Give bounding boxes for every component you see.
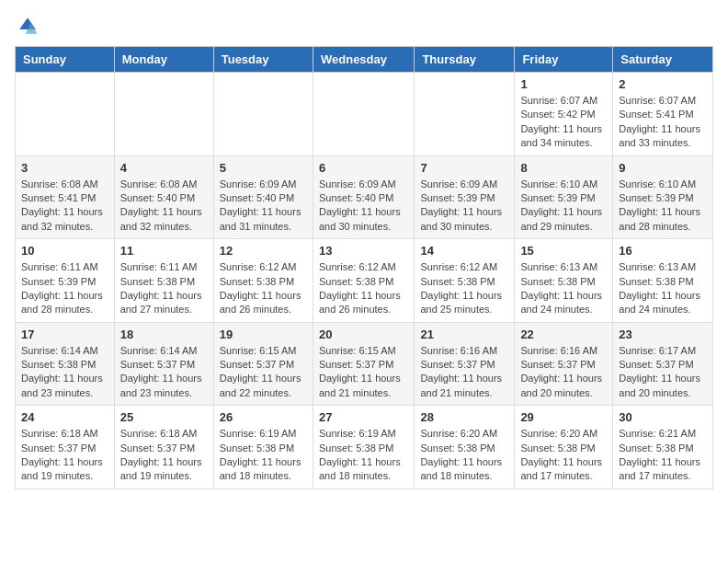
calendar-cell: 24Sunrise: 6:18 AM Sunset: 5:37 PM Dayli…	[16, 406, 115, 489]
day-info: Sunrise: 6:11 AM Sunset: 5:39 PM Dayligh…	[21, 260, 108, 317]
day-info: Sunrise: 6:14 AM Sunset: 5:38 PM Dayligh…	[21, 344, 108, 401]
day-info: Sunrise: 6:09 AM Sunset: 5:40 PM Dayligh…	[319, 178, 408, 235]
day-info: Sunrise: 6:09 AM Sunset: 5:40 PM Dayligh…	[220, 178, 307, 235]
calendar-cell: 14Sunrise: 6:12 AM Sunset: 5:38 PM Dayli…	[415, 239, 515, 323]
day-info: Sunrise: 6:08 AM Sunset: 5:41 PM Dayligh…	[21, 178, 108, 235]
calendar-body: 1Sunrise: 6:07 AM Sunset: 5:42 PM Daylig…	[16, 73, 713, 489]
calendar-cell: 29Sunrise: 6:20 AM Sunset: 5:38 PM Dayli…	[515, 406, 613, 489]
day-info: Sunrise: 6:18 AM Sunset: 5:37 PM Dayligh…	[21, 427, 108, 484]
day-number: 7	[420, 161, 508, 175]
calendar-cell	[313, 73, 414, 156]
day-number: 18	[120, 327, 208, 341]
calendar-week-1: 1Sunrise: 6:07 AM Sunset: 5:42 PM Daylig…	[16, 73, 713, 156]
calendar-cell: 1Sunrise: 6:07 AM Sunset: 5:42 PM Daylig…	[515, 73, 613, 156]
day-info: Sunrise: 6:20 AM Sunset: 5:38 PM Dayligh…	[520, 427, 607, 484]
calendar-cell: 18Sunrise: 6:14 AM Sunset: 5:37 PM Dayli…	[114, 322, 213, 406]
day-info: Sunrise: 6:13 AM Sunset: 5:38 PM Dayligh…	[619, 260, 707, 317]
calendar-header-thursday: Thursday	[415, 47, 515, 73]
calendar-week-5: 24Sunrise: 6:18 AM Sunset: 5:37 PM Dayli…	[16, 406, 713, 489]
day-number: 21	[420, 327, 508, 341]
day-number: 29	[520, 410, 607, 424]
calendar-cell: 16Sunrise: 6:13 AM Sunset: 5:38 PM Dayli…	[613, 239, 713, 323]
day-info: Sunrise: 6:16 AM Sunset: 5:37 PM Dayligh…	[420, 344, 508, 401]
day-number: 30	[619, 410, 707, 424]
day-info: Sunrise: 6:12 AM Sunset: 5:38 PM Dayligh…	[420, 260, 508, 317]
day-info: Sunrise: 6:07 AM Sunset: 5:41 PM Dayligh…	[619, 94, 707, 151]
day-info: Sunrise: 6:12 AM Sunset: 5:38 PM Dayligh…	[319, 260, 408, 317]
day-info: Sunrise: 6:09 AM Sunset: 5:39 PM Dayligh…	[420, 178, 508, 235]
day-number: 2	[619, 77, 707, 91]
day-info: Sunrise: 6:15 AM Sunset: 5:37 PM Dayligh…	[319, 344, 408, 401]
logo-icon	[17, 15, 39, 37]
day-info: Sunrise: 6:07 AM Sunset: 5:42 PM Dayligh…	[520, 94, 607, 151]
day-info: Sunrise: 6:10 AM Sunset: 5:39 PM Dayligh…	[520, 178, 607, 235]
calendar-cell: 27Sunrise: 6:19 AM Sunset: 5:38 PM Dayli…	[313, 406, 414, 489]
day-info: Sunrise: 6:13 AM Sunset: 5:38 PM Dayligh…	[520, 260, 607, 317]
calendar-cell: 17Sunrise: 6:14 AM Sunset: 5:38 PM Dayli…	[16, 322, 115, 406]
calendar-cell: 5Sunrise: 6:09 AM Sunset: 5:40 PM Daylig…	[213, 155, 313, 239]
calendar-header-row: SundayMondayTuesdayWednesdayThursdayFrid…	[16, 47, 713, 73]
day-info: Sunrise: 6:20 AM Sunset: 5:38 PM Dayligh…	[420, 427, 508, 484]
day-number: 16	[619, 244, 707, 258]
day-number: 20	[319, 327, 408, 341]
day-number: 17	[21, 327, 108, 341]
calendar-cell	[415, 73, 515, 156]
calendar-header-monday: Monday	[114, 47, 213, 73]
calendar-cell: 2Sunrise: 6:07 AM Sunset: 5:41 PM Daylig…	[613, 73, 713, 156]
day-number: 3	[21, 161, 108, 175]
day-number: 22	[520, 327, 607, 341]
logo	[15, 15, 39, 37]
calendar-cell: 19Sunrise: 6:15 AM Sunset: 5:37 PM Dayli…	[213, 322, 313, 406]
day-number: 25	[120, 410, 208, 424]
calendar-cell: 21Sunrise: 6:16 AM Sunset: 5:37 PM Dayli…	[415, 322, 515, 406]
day-number: 28	[420, 410, 508, 424]
day-number: 5	[220, 161, 307, 175]
calendar-cell: 15Sunrise: 6:13 AM Sunset: 5:38 PM Dayli…	[515, 239, 613, 323]
calendar-week-4: 17Sunrise: 6:14 AM Sunset: 5:38 PM Dayli…	[16, 322, 713, 406]
calendar-cell	[16, 73, 115, 156]
calendar-cell: 28Sunrise: 6:20 AM Sunset: 5:38 PM Dayli…	[415, 406, 515, 489]
calendar-week-2: 3Sunrise: 6:08 AM Sunset: 5:41 PM Daylig…	[16, 155, 713, 239]
calendar-cell: 8Sunrise: 6:10 AM Sunset: 5:39 PM Daylig…	[515, 155, 613, 239]
day-number: 4	[120, 161, 208, 175]
calendar-cell: 11Sunrise: 6:11 AM Sunset: 5:38 PM Dayli…	[114, 239, 213, 323]
calendar-cell: 25Sunrise: 6:18 AM Sunset: 5:37 PM Dayli…	[114, 406, 213, 489]
day-info: Sunrise: 6:17 AM Sunset: 5:37 PM Dayligh…	[619, 344, 707, 401]
calendar-cell: 10Sunrise: 6:11 AM Sunset: 5:39 PM Dayli…	[16, 239, 115, 323]
day-number: 26	[220, 410, 307, 424]
calendar-cell: 30Sunrise: 6:21 AM Sunset: 5:38 PM Dayli…	[613, 406, 713, 489]
day-info: Sunrise: 6:19 AM Sunset: 5:38 PM Dayligh…	[220, 427, 307, 484]
day-number: 27	[319, 410, 408, 424]
calendar-cell: 23Sunrise: 6:17 AM Sunset: 5:37 PM Dayli…	[613, 322, 713, 406]
day-info: Sunrise: 6:18 AM Sunset: 5:37 PM Dayligh…	[120, 427, 208, 484]
calendar-week-3: 10Sunrise: 6:11 AM Sunset: 5:39 PM Dayli…	[16, 239, 713, 323]
day-number: 23	[619, 327, 707, 341]
day-info: Sunrise: 6:14 AM Sunset: 5:37 PM Dayligh…	[120, 344, 208, 401]
day-number: 15	[520, 244, 607, 258]
calendar-cell: 3Sunrise: 6:08 AM Sunset: 5:41 PM Daylig…	[16, 155, 115, 239]
day-number: 8	[520, 161, 607, 175]
day-number: 11	[120, 244, 208, 258]
calendar-cell: 6Sunrise: 6:09 AM Sunset: 5:40 PM Daylig…	[313, 155, 414, 239]
day-info: Sunrise: 6:16 AM Sunset: 5:37 PM Dayligh…	[520, 344, 607, 401]
day-info: Sunrise: 6:12 AM Sunset: 5:38 PM Dayligh…	[220, 260, 307, 317]
calendar-header-sunday: Sunday	[16, 47, 115, 73]
calendar-cell	[114, 73, 213, 156]
calendar-cell: 20Sunrise: 6:15 AM Sunset: 5:37 PM Dayli…	[313, 322, 414, 406]
day-number: 1	[520, 77, 607, 91]
day-number: 10	[21, 244, 108, 258]
calendar-table: SundayMondayTuesdayWednesdayThursdayFrid…	[15, 46, 713, 489]
calendar-header-saturday: Saturday	[613, 47, 713, 73]
page-header	[15, 15, 713, 37]
calendar-cell: 7Sunrise: 6:09 AM Sunset: 5:39 PM Daylig…	[415, 155, 515, 239]
day-info: Sunrise: 6:15 AM Sunset: 5:37 PM Dayligh…	[220, 344, 307, 401]
day-number: 9	[619, 161, 707, 175]
day-number: 14	[420, 244, 508, 258]
calendar-header-wednesday: Wednesday	[313, 47, 414, 73]
calendar-cell	[213, 73, 313, 156]
calendar-cell: 9Sunrise: 6:10 AM Sunset: 5:39 PM Daylig…	[613, 155, 713, 239]
day-info: Sunrise: 6:08 AM Sunset: 5:40 PM Dayligh…	[120, 178, 208, 235]
day-number: 24	[21, 410, 108, 424]
calendar-cell: 26Sunrise: 6:19 AM Sunset: 5:38 PM Dayli…	[213, 406, 313, 489]
day-number: 19	[220, 327, 307, 341]
